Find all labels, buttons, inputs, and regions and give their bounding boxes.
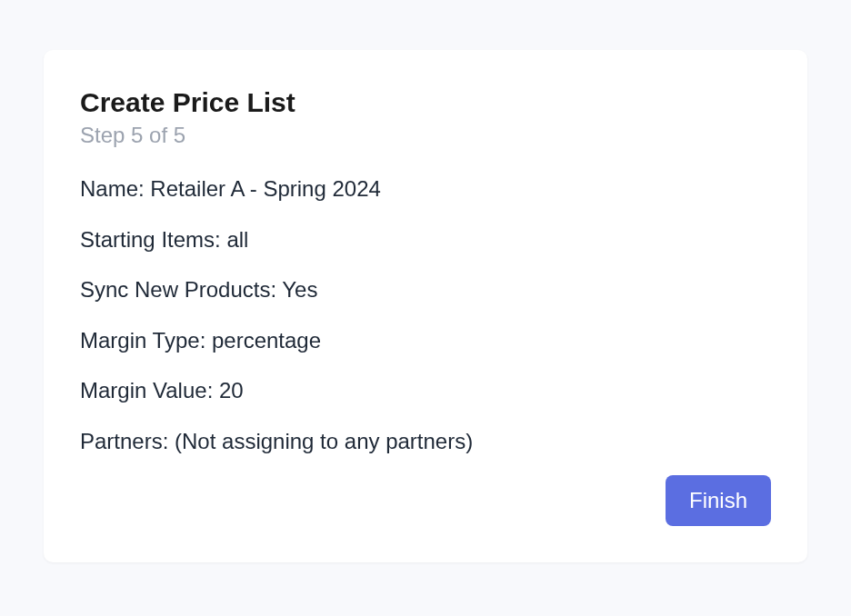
step-indicator: Step 5 of 5: [80, 123, 771, 148]
summary-sync-new-products: Sync New Products: Yes: [80, 274, 771, 305]
summary-name: Name: Retailer A - Spring 2024: [80, 174, 771, 204]
button-row: Finish: [80, 475, 771, 526]
finish-button[interactable]: Finish: [666, 475, 771, 526]
wizard-card: Create Price List Step 5 of 5 Name: Reta…: [44, 50, 807, 562]
summary-margin-value: Margin Value: 20: [80, 375, 771, 406]
summary-starting-items: Starting Items: all: [80, 224, 771, 255]
summary-partners: Partners: (Not assigning to any partners…: [80, 426, 771, 457]
summary-list: Name: Retailer A - Spring 2024 Starting …: [80, 174, 771, 457]
page-title: Create Price List: [80, 86, 771, 119]
summary-margin-type: Margin Type: percentage: [80, 325, 771, 356]
